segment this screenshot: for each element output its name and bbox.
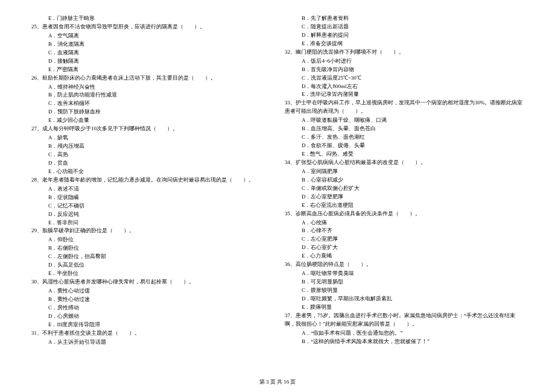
option: E．准备交谈提纲: [285, 40, 524, 48]
option: A．表述不清: [31, 185, 270, 194]
option: C．记忆不确切: [31, 202, 270, 210]
option: E．心功能不全: [31, 168, 270, 176]
option: E．答非所问: [31, 219, 270, 227]
stem: 33、护士甲在呼吸内科工作，早上巡视病房时，发现其中一个病室的相对湿度为30%。…: [285, 100, 523, 114]
option: E．III度房室传导阻滞: [31, 321, 270, 329]
option: A．饭后4~6小时进行: [285, 57, 524, 66]
option: B．颅内压增高: [31, 142, 270, 151]
question-30: 30、风湿性心脏病患者并发哪种心律失常时，易引起栓塞（ ）。: [31, 278, 270, 286]
option: B．“这样的病情手术风险本来就很大，您就被催了！”: [285, 338, 524, 346]
right-column: B．先了解患者资料 C．随意提出新话题 D．解释患者的提问 E．准备交谈提纲 3…: [285, 14, 524, 347]
question-25: 25、患者因食用不洁食物而导致甲型肝炎，应该进行的隔离是（ ）。: [31, 23, 270, 31]
option: A．仰卧位: [31, 236, 270, 244]
question-33: 33、护士甲在呼吸内科工作，早上巡视病房时，发现其中一个病室的相对湿度为30%。…: [285, 99, 524, 116]
option: E．减少回心血量: [31, 116, 270, 125]
option: E．门静脉主干畸形: [31, 14, 270, 23]
option: B．症状隐瞒: [31, 194, 270, 202]
option: C．洗胃液温度25℃~30℃: [285, 74, 524, 83]
option: E．半坐卧位: [31, 270, 270, 278]
stem: 34、扩张型心肌病病人心脏结构最基本的改变是（ ）。: [285, 159, 426, 165]
option: E．心力衰竭: [285, 252, 524, 261]
option: A．缺氧: [31, 134, 270, 142]
question-34: 34、扩张型心肌病病人心脏结构最基本的改变是（ ）。: [285, 159, 524, 167]
option: A．“假如手术有问题，医生会通知您的。”: [285, 329, 524, 338]
option: D．右心室扩大: [285, 244, 524, 252]
option: A．空气隔离: [31, 32, 270, 40]
option: B．心室容积减少: [285, 176, 524, 185]
option: D．每次灌入800ml左右: [285, 83, 524, 91]
option: B．消化道隔离: [31, 40, 270, 49]
stem: 28、老年患者随着年龄的增加，记忆能力逐步减退。在询问病史时最容易出现的是（ ）…: [31, 177, 254, 183]
stem: 32、幽门梗阻的洗胃操作下列哪项不对（ ）。: [285, 49, 404, 55]
stem: 37、患者男，75岁。因脑出血进行手术已数小时。家属焦急地问病房护士：“手术怎么…: [285, 312, 515, 327]
question-36: 36、高位肠梗阻的特点是（ ）。: [285, 261, 524, 269]
option: B．先了解患者资料: [285, 14, 524, 23]
option: B．血压增高、头晕、面色苍白: [285, 125, 524, 133]
option: A．心绞痛: [285, 219, 524, 227]
option: D．反应迟钝: [31, 210, 270, 219]
left-column: E．门静脉主干畸形 25、患者因食用不洁食物而导致甲型肝炎，应该进行的隔离是（ …: [31, 14, 270, 347]
option: B．心律不齐: [285, 227, 524, 235]
option: A．维持神经兴奋性: [31, 83, 270, 92]
question-35: 35、诊断高血压心脏病必须具备的先决条件是（ ）。: [285, 210, 524, 218]
option: E．右心室流出道梗阻: [285, 201, 524, 210]
option: C．单侧或双侧心腔扩大: [285, 185, 524, 193]
option: D．左心室壁肥厚: [285, 193, 524, 201]
question-31: 31、不利于患者抓住交谈主题的是（ ）。: [31, 329, 270, 338]
option: A．窦性心动过缓: [31, 287, 270, 296]
question-27: 27、成人每分钟呼吸少于10次多见于下列哪种情况（ ）。: [31, 125, 270, 133]
option: D．接触隔离: [31, 57, 270, 66]
option: C．改善末梢循环: [31, 100, 270, 108]
option: A．呕吐物常带粪臭味: [285, 270, 524, 278]
option: B．防止肌肉功能退行性减退: [31, 91, 270, 100]
option: D．心房颤动: [31, 312, 270, 321]
stem: 25、患者因食用不洁食物而导致甲型肝炎，应该进行的隔离是（ ）。: [31, 24, 205, 30]
stem: 27、成人每分钟呼吸少于10次多见于下列哪种情况（ ）。: [31, 125, 178, 131]
stem: 26、鼓励长期卧床的心力衰竭患者在床上活动下肢，其主要目的是（ ）。: [31, 75, 216, 81]
question-26: 26、鼓励长期卧床的心力衰竭患者在床上活动下肢，其主要目的是（ ）。: [31, 74, 270, 83]
option: B．可见明显肠型: [285, 278, 524, 286]
option: E．憋气、闷热、难受: [285, 150, 524, 159]
option: D．头高足低位: [31, 261, 270, 270]
question-37: 37、患者男，75岁。因脑出血进行手术已数小时。家属焦急地问病房护士：“手术怎么…: [285, 312, 524, 329]
option: A．从主诉开始引导话题: [31, 338, 270, 347]
question-29: 29、胎膜早破孕妇正确的卧位是（ ）。: [31, 227, 270, 235]
option: E．严密隔离: [31, 66, 270, 74]
stem: 29、胎膜早破孕妇正确的卧位是（ ）。: [31, 227, 135, 233]
question-32: 32、幽门梗阻的洗胃操作下列哪项不对（ ）。: [285, 48, 524, 57]
option: C．血液隔离: [31, 49, 270, 57]
stem: 30、风湿性心脏病患者并发哪种心律失常时，易引起栓塞（ ）。: [31, 279, 194, 285]
option: D．预防下肢静脉血栓: [31, 108, 270, 116]
option: A．呼吸道黏膜干燥、咽喉痛、口渴: [285, 116, 524, 125]
option: C．左侧卧位，抬高臀部: [31, 253, 270, 261]
option: C．左心室肥厚: [285, 235, 524, 244]
option: A．室间隔肥厚: [285, 168, 524, 176]
option: E．腹痛明显: [285, 303, 524, 312]
option: C．高热: [31, 151, 270, 159]
page-footer: 第 3 页 共 16 页: [0, 378, 555, 386]
question-28: 28、老年患者随着年龄的增加，记忆能力逐步减退。在询问病史时最容易出现的是（ ）…: [31, 176, 270, 185]
option: E．洗毕记录胃内潴留量: [285, 90, 524, 99]
option: D．食欲不振、疲倦、头晕: [285, 142, 524, 150]
option: B．窦性心动过速: [31, 296, 270, 304]
option: C．随意提出新话题: [285, 23, 524, 31]
option: B．首先吸净胃内容物: [285, 66, 524, 74]
option: B．右侧卧位: [31, 244, 270, 253]
stem: 31、不利于患者抓住交谈主题的是（ ）。: [31, 330, 140, 336]
option: C．腹胀较明显: [285, 286, 524, 295]
option: D．呕吐频繁，早期出现水电解质紊乱: [285, 295, 524, 303]
stem: 36、高位肠梗阻的特点是（ ）。: [285, 261, 372, 267]
option: C．多汗、发热、面色潮红: [285, 133, 524, 142]
option: D．解释患者的提问: [285, 31, 524, 40]
option: D．贫血: [31, 159, 270, 168]
option: C．房性搏动: [31, 304, 270, 312]
stem: 35、诊断高血压心脏病必须具备的先决条件是（ ）。: [285, 210, 420, 217]
